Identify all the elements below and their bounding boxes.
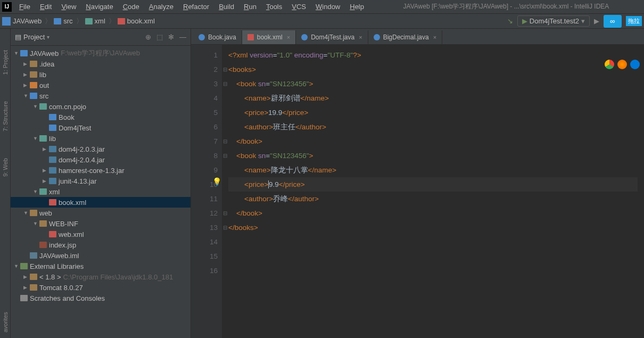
tree-item[interactable]: ▼lib [11, 133, 191, 144]
menu-run[interactable]: Run [240, 1, 261, 12]
tree-item[interactable]: ▶out [11, 80, 191, 90]
menu-build[interactable]: Build [214, 1, 238, 12]
tree-item[interactable]: ▼web [11, 208, 191, 218]
project-sidebar: ▤ Project ▾ ⊕ ⬚ ✻ — ▼JAVAwebF:\web学习程序\J… [11, 29, 191, 338]
tool-project[interactable]: 1: Project [2, 50, 9, 75]
breadcrumb-xml[interactable]: xml [85, 17, 105, 25]
tree-item[interactable]: ▶dom4j-2.0.3.jar [11, 144, 191, 154]
tree-item[interactable]: index.jsp [11, 240, 191, 250]
tool-structure[interactable]: 7: Structure [2, 101, 9, 131]
browser-icons [605, 60, 640, 69]
main-menu: FileEditViewNavigateCodeAnalyzeRefactorB… [15, 1, 368, 12]
close-icon[interactable]: × [359, 34, 362, 40]
select-icon[interactable]: ⬚ [156, 33, 163, 41]
close-icon[interactable]: × [433, 34, 436, 40]
tool-web[interactable]: 9: Web [2, 158, 9, 177]
firefox-icon[interactable] [617, 60, 627, 69]
nav-bar: JAVAweb〉src〉xml〉book.xml ↘ ▶ Dom4jTest.t… [0, 14, 644, 29]
edge-icon[interactable] [630, 60, 640, 69]
breadcrumb-src[interactable]: src [54, 17, 72, 25]
build-icon[interactable]: ↘ [507, 17, 513, 25]
run-icon[interactable]: ▶ [594, 17, 599, 25]
tree-item[interactable]: ▼xml [11, 186, 191, 197]
tree-item[interactable]: ▶Tomcat 8.0.27 [11, 282, 191, 293]
intention-bulb-icon[interactable]: 💡 [212, 175, 221, 189]
tree-item[interactable]: ▼JAVAwebF:\web学习程序\JAVAweb [11, 48, 191, 59]
target-icon[interactable]: ⊕ [145, 33, 151, 41]
menu-analyze[interactable]: Analyze [145, 1, 178, 12]
tree-item[interactable]: ▶hamcrest-core-1.3.jar [11, 165, 191, 176]
menu-vcs[interactable]: VCS [287, 1, 310, 12]
app-icon: IJ [2, 2, 12, 12]
menu-refactor[interactable]: Refactor [179, 1, 213, 12]
tree-item[interactable]: ▶lib [11, 69, 191, 80]
breadcrumb-JAVAweb[interactable]: JAVAweb [2, 17, 42, 26]
tree-item[interactable]: ▼src [11, 90, 191, 101]
code-editor[interactable]: 💡 12345678910111213141516 <?xml version=… [191, 45, 644, 338]
tree-item[interactable]: ▼com.cn.pojo [11, 101, 191, 112]
breadcrumbs: JAVAweb〉src〉xml〉book.xml [2, 17, 156, 26]
tree-item[interactable]: ▶junit-4.13.jar [11, 176, 191, 186]
tree-item[interactable]: ▶< 1.8 >C:\Program Files\Java\jdk1.8.0_1… [11, 271, 191, 282]
tab-BigDecimal-java[interactable]: BigDecimal.java× [368, 30, 442, 44]
gear-icon[interactable]: ✻ [168, 33, 174, 41]
cloud-button[interactable]: ∞ [604, 15, 622, 28]
share-btn[interactable]: 拖拉 [626, 16, 642, 26]
breadcrumb-book-xml[interactable]: book.xml [118, 17, 155, 25]
tree-item[interactable]: book.xml [11, 197, 191, 208]
menu-edit[interactable]: Edit [36, 1, 56, 12]
run-config-selector[interactable]: ▶ Dom4jTest.test2 ▾ [517, 15, 590, 27]
sidebar-icon: ▤ [15, 33, 21, 41]
tree-item[interactable]: ▶.idea [11, 59, 191, 69]
menu-code[interactable]: Code [119, 1, 144, 12]
tab-book-xml[interactable]: book.xml× [242, 30, 296, 44]
tree-item[interactable]: Book [11, 112, 191, 122]
menu-navigate[interactable]: Navigate [81, 1, 117, 12]
left-gutter: 1: Project 7: Structure 9: Web avorites [0, 29, 11, 338]
run-config-label: Dom4jTest.test2 [530, 17, 579, 25]
window-title: JAVAweb [F:\web学习程序\JAVAweb] - ...\src\x… [368, 2, 644, 11]
editor-tabs: Book.javabook.xml×Dom4jTest.java×BigDeci… [191, 29, 644, 45]
line-gutter: 💡 12345678910111213141516 [191, 45, 222, 338]
editor-area: Book.javabook.xml×Dom4jTest.java×BigDeci… [191, 29, 644, 338]
tab-Dom4jTest-java[interactable]: Dom4jTest.java× [296, 30, 368, 44]
tree-item[interactable]: ▼External Libraries [11, 261, 191, 271]
code-content[interactable]: <?xml version="1.0" encoding="UTF-8"?>⊟<… [222, 45, 644, 338]
title-bar: IJ FileEditViewNavigateCodeAnalyzeRefact… [0, 0, 644, 14]
tree-item[interactable]: dom4j-2.0.4.jar [11, 154, 191, 165]
menu-help[interactable]: Help [345, 1, 368, 12]
close-icon[interactable]: × [287, 34, 290, 40]
tree-item[interactable]: JAVAweb.iml [11, 250, 191, 261]
tree-item[interactable]: Scratches and Consoles [11, 293, 191, 303]
chrome-icon[interactable] [605, 60, 614, 69]
menu-view[interactable]: View [57, 1, 80, 12]
hide-icon[interactable]: — [179, 33, 186, 41]
tree-item[interactable]: ▼WEB-INF [11, 218, 191, 229]
menu-window[interactable]: Window [311, 1, 344, 12]
menu-file[interactable]: File [15, 1, 35, 12]
tree-item[interactable]: web.xml [11, 229, 191, 240]
menu-tools[interactable]: Tools [262, 1, 286, 12]
project-tree: ▼JAVAwebF:\web学习程序\JAVAweb▶.idea▶lib▶out… [11, 46, 191, 338]
tool-favorites[interactable]: avorites [2, 312, 9, 333]
tab-Book-java[interactable]: Book.java [193, 30, 242, 44]
sidebar-title: Project [23, 33, 45, 41]
tree-item[interactable]: Dom4jTest [11, 122, 191, 133]
sidebar-header: ▤ Project ▾ ⊕ ⬚ ✻ — [11, 29, 191, 46]
